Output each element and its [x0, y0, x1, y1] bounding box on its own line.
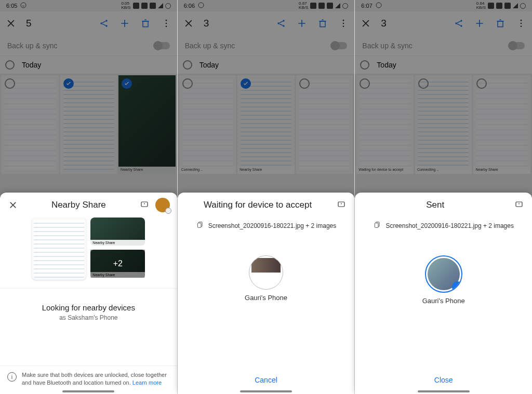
selection-count: 3: [204, 18, 209, 29]
selected-icon[interactable]: [122, 78, 132, 89]
photo-thumb[interactable]: [296, 75, 353, 174]
copy-icon: [373, 221, 381, 230]
close-icon[interactable]: [7, 199, 19, 211]
data-icon: [318, 3, 325, 9]
device-name: Gauri's Phone: [245, 294, 287, 302]
battery-icon: [520, 3, 526, 9]
svg-point-0: [21, 3, 26, 8]
share-icon[interactable]: [98, 18, 110, 29]
cancel-button[interactable]: Cancel: [255, 376, 277, 384]
selection-toolbar: 3: [178, 11, 355, 35]
close-button[interactable]: Close: [434, 376, 453, 384]
svg-point-22: [460, 20, 462, 21]
plus-icon[interactable]: [296, 18, 308, 29]
trash-icon[interactable]: [317, 18, 328, 29]
unselected-icon[interactable]: [5, 78, 15, 89]
preview-thumb-more: Nearby Share: [90, 250, 145, 278]
target-device[interactable]: Gauri's Phone: [355, 255, 532, 305]
nav-pill[interactable]: [240, 390, 292, 392]
battery-icon: [342, 3, 348, 9]
svg-point-12: [283, 25, 285, 26]
backup-toggle[interactable]: [509, 42, 525, 49]
learn-more-link[interactable]: Learn more: [132, 379, 162, 386]
photo-thumb[interactable]: Nearby Share: [473, 75, 530, 174]
status-time: 6:06: [184, 3, 195, 9]
unselected-icon[interactable]: [182, 78, 193, 89]
feedback-icon[interactable]: [139, 199, 150, 211]
location-icon: [488, 3, 494, 9]
plus-icon[interactable]: [474, 18, 485, 29]
signal-icon: [513, 3, 518, 8]
backup-row: Back up & sync: [355, 35, 532, 56]
nav-pill[interactable]: [418, 390, 470, 392]
svg-point-27: [521, 26, 522, 28]
nav-pill[interactable]: [62, 390, 114, 392]
svg-point-26: [521, 23, 522, 24]
target-device[interactable]: Gauri's Phone: [178, 255, 355, 302]
whatsapp-icon: [20, 2, 26, 9]
section-label: Today: [22, 61, 41, 69]
backup-toggle[interactable]: [331, 42, 347, 49]
account-avatar[interactable]: [155, 198, 170, 212]
phone-screen-1: 6:05 0.05KB/S 5: [0, 0, 178, 394]
overflow-icon[interactable]: [338, 18, 349, 29]
section-header: Today: [355, 56, 532, 74]
file-summary: Screenshot_20200916-180221.jpg + 2 image…: [178, 218, 355, 233]
signal-icon: [335, 3, 340, 8]
close-icon[interactable]: [5, 18, 17, 29]
feedback-icon[interactable]: [513, 199, 525, 211]
svg-rect-13: [320, 21, 325, 27]
photo-thumb[interactable]: Nearby Share: [237, 75, 295, 174]
photo-thumb[interactable]: Nearby Share: [118, 75, 176, 174]
photo-thumb[interactable]: Connecting ..: [415, 75, 472, 174]
trash-icon[interactable]: [495, 18, 506, 29]
photo-thumb[interactable]: [2, 75, 59, 174]
svg-rect-24: [498, 21, 503, 27]
close-icon[interactable]: [360, 18, 371, 29]
status-time: 6:07: [361, 3, 372, 9]
battery-icon: [165, 3, 171, 9]
share-preview-thumbs: Nearby Share Nearby Share: [0, 218, 177, 288]
overflow-icon[interactable]: [161, 18, 172, 29]
sheet-title: Waiting for device to accept: [185, 200, 331, 210]
close-icon[interactable]: [183, 18, 194, 29]
selected-icon[interactable]: [63, 78, 74, 89]
select-all-circle[interactable]: [183, 60, 192, 70]
photo-thumb[interactable]: [60, 75, 117, 174]
backup-toggle[interactable]: [154, 42, 170, 49]
photo-thumb[interactable]: Waiting for device to accept: [356, 75, 414, 174]
svg-point-11: [283, 20, 285, 21]
svg-point-6: [165, 23, 167, 24]
svg-point-15: [343, 23, 344, 24]
sheet-title: Nearby Share: [24, 200, 134, 210]
signal-icon: [158, 3, 163, 8]
data-icon: [496, 3, 502, 9]
photo-thumb[interactable]: Connecting ..: [179, 75, 236, 174]
plus-icon[interactable]: [119, 18, 130, 29]
section-label: Today: [377, 61, 396, 69]
svg-point-1: [100, 22, 102, 24]
file-summary-text: Screenshot_20200916-180221.jpg + 2 image…: [385, 222, 514, 229]
wifi-icon: [504, 3, 511, 9]
svg-point-20: [376, 3, 381, 8]
overflow-icon[interactable]: [515, 18, 527, 29]
share-icon[interactable]: [275, 18, 287, 29]
whatsapp-icon: [198, 2, 204, 9]
svg-point-9: [198, 3, 204, 8]
device-avatar: [251, 258, 281, 273]
svg-point-16: [343, 26, 344, 28]
select-all-circle[interactable]: [5, 60, 15, 70]
wifi-icon: [150, 3, 156, 9]
backup-label: Back up & sync: [7, 42, 58, 50]
backup-label: Back up & sync: [362, 42, 413, 50]
share-icon[interactable]: [453, 18, 464, 29]
trash-icon[interactable]: [140, 18, 151, 29]
select-all-circle[interactable]: [360, 60, 369, 70]
status-bar: 6:06 0.87KB/S: [178, 0, 355, 11]
unselected-icon[interactable]: [418, 78, 429, 89]
unselected-icon[interactable]: [299, 78, 310, 89]
selection-count: 3: [381, 18, 387, 29]
file-summary-text: Screenshot_20200916-180221.jpg + 2 image…: [208, 222, 337, 229]
feedback-icon[interactable]: [336, 199, 347, 211]
location-icon: [133, 3, 139, 9]
